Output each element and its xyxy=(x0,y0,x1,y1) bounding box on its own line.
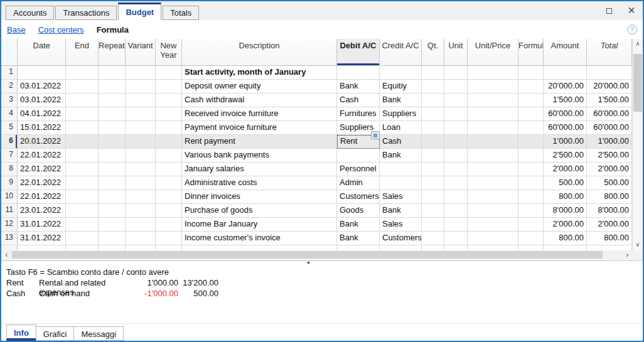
scroll-right-icon[interactable]: › xyxy=(622,250,633,260)
cell-new-year[interactable] xyxy=(156,190,182,204)
cell-qt[interactable] xyxy=(422,232,444,245)
scroll-left-icon[interactable]: ‹ xyxy=(1,250,12,260)
cell-repeat[interactable] xyxy=(99,80,126,94)
cell-new-year[interactable] xyxy=(156,232,182,245)
cell-end[interactable] xyxy=(66,107,99,121)
column-header-repeat[interactable]: Repeat xyxy=(99,39,126,66)
restore-window-button[interactable] xyxy=(598,1,620,20)
horizontal-scrollbar[interactable]: ‹ › xyxy=(1,250,643,261)
cell-repeat[interactable] xyxy=(99,149,126,163)
scroll-up-icon[interactable]: ∧ xyxy=(633,39,643,50)
cell-date[interactable]: 23.01.2022 xyxy=(18,204,66,218)
cell-end[interactable] xyxy=(66,245,99,250)
column-header-debit[interactable]: Debit A/C xyxy=(337,39,380,66)
cell-amount[interactable]: 8'000.00 xyxy=(544,204,587,218)
cell-date[interactable]: 20.01.2022 xyxy=(18,135,66,149)
cell-qt[interactable] xyxy=(422,204,444,218)
cell-total[interactable]: 2'000.00 xyxy=(587,218,632,232)
cell-date[interactable]: 15.01.2022 xyxy=(18,121,66,135)
cell-new-year[interactable] xyxy=(156,121,182,135)
cell-debit[interactable]: Bank xyxy=(337,218,380,232)
cell-amount[interactable]: 60'000.00 xyxy=(544,121,587,135)
cell-credit[interactable] xyxy=(380,163,422,176)
cell-new-year[interactable] xyxy=(156,80,182,94)
row-number-cell[interactable]: 8 xyxy=(1,163,18,176)
cell-unit-price[interactable] xyxy=(468,163,518,176)
column-header-qt[interactable]: Qt. xyxy=(422,39,444,66)
cell-total[interactable]: 8'000.00 xyxy=(587,204,632,218)
cell-end[interactable] xyxy=(66,121,99,135)
cell-total[interactable]: 60'000.00 xyxy=(587,107,632,121)
cell-description[interactable]: Received invoice furniture xyxy=(182,107,337,121)
cell-end[interactable] xyxy=(66,135,99,149)
cell-total[interactable]: 800.00 xyxy=(587,232,632,245)
cell-description[interactable]: Administrative costs xyxy=(182,176,337,190)
tab-totals[interactable]: Totals xyxy=(163,6,199,20)
cell-amount[interactable]: 2'500.00 xyxy=(544,149,587,163)
cell-qt[interactable] xyxy=(422,135,444,149)
cell-date[interactable] xyxy=(18,66,66,80)
cell-variant[interactable] xyxy=(126,121,156,135)
cell-unit-price[interactable] xyxy=(468,135,518,149)
cell-variant[interactable] xyxy=(126,190,156,204)
cell-credit[interactable]: Customers xyxy=(380,232,422,245)
cell-debit[interactable]: Cash xyxy=(337,94,380,107)
cell-qt[interactable] xyxy=(422,121,444,135)
column-header-date[interactable]: Date xyxy=(18,39,66,66)
cell-repeat[interactable] xyxy=(99,107,126,121)
tab-grafici[interactable]: Grafici xyxy=(36,326,75,341)
cell-amount[interactable] xyxy=(544,245,587,250)
cell-variant[interactable] xyxy=(126,94,156,107)
cell-total[interactable]: 60'000.00 xyxy=(587,121,632,135)
cell-credit[interactable]: Bank xyxy=(380,204,422,218)
tab-budget[interactable]: Budget xyxy=(118,3,161,20)
cell-end[interactable] xyxy=(66,176,99,190)
cell-unit[interactable] xyxy=(444,80,468,94)
cell-formula[interactable] xyxy=(518,163,544,176)
cell-unit-price[interactable] xyxy=(468,204,518,218)
cell-unit[interactable] xyxy=(444,232,468,245)
cell-date[interactable]: 22.01.2022 xyxy=(18,163,66,176)
cell-unit-price[interactable] xyxy=(468,66,518,80)
cell-debit[interactable]: Rent▦ xyxy=(337,135,380,149)
cell-end[interactable] xyxy=(66,218,99,232)
row-number-cell[interactable]: 13 xyxy=(1,232,18,245)
cell-credit[interactable] xyxy=(380,66,422,80)
column-header-end[interactable]: End xyxy=(66,39,99,66)
cell-variant[interactable] xyxy=(126,149,156,163)
vertical-scrollbar[interactable]: ∧ ∨ xyxy=(632,39,643,250)
cell-formula[interactable] xyxy=(518,232,544,245)
cell-variant[interactable] xyxy=(126,135,156,149)
cell-repeat[interactable] xyxy=(99,204,126,218)
cell-total[interactable]: 2'500.00 xyxy=(587,149,632,163)
cell-unit-price[interactable] xyxy=(468,176,518,190)
cell-debit[interactable]: Bank xyxy=(337,80,380,94)
column-header-total[interactable]: Total xyxy=(587,39,632,66)
cell-variant[interactable] xyxy=(126,204,156,218)
cell-total[interactable]: 1'000.00 xyxy=(587,135,632,149)
row-number-cell[interactable]: 9 xyxy=(1,176,18,190)
column-header-unit-price[interactable]: Unit/Price xyxy=(468,39,518,66)
column-header-unit[interactable]: Unit xyxy=(444,39,468,66)
cell-amount[interactable]: 20'000.00 xyxy=(544,80,587,94)
cell-formula[interactable] xyxy=(518,204,544,218)
cell-total[interactable] xyxy=(587,245,632,250)
cell-unit[interactable] xyxy=(444,149,468,163)
cell-end[interactable] xyxy=(66,149,99,163)
cell-formula[interactable] xyxy=(518,121,544,135)
cell-repeat[interactable] xyxy=(99,121,126,135)
cell-unit[interactable] xyxy=(444,218,468,232)
cell-description[interactable]: Payment invoice furniture xyxy=(182,121,337,135)
cell-amount[interactable]: 60'000.00 xyxy=(544,107,587,121)
cell-variant[interactable] xyxy=(126,245,156,250)
cell-amount[interactable]: 2'000.00 xyxy=(544,218,587,232)
cell-variant[interactable] xyxy=(126,176,156,190)
cell-unit[interactable] xyxy=(444,107,468,121)
vertical-scroll-thumb[interactable] xyxy=(633,54,642,112)
cell-total[interactable] xyxy=(587,66,632,80)
cell-description[interactable]: January salaries xyxy=(182,163,337,176)
cell-qt[interactable] xyxy=(422,176,444,190)
row-number-cell[interactable]: 3 xyxy=(1,94,18,107)
cell-variant[interactable] xyxy=(126,218,156,232)
row-number-cell[interactable]: 12 xyxy=(1,218,18,232)
